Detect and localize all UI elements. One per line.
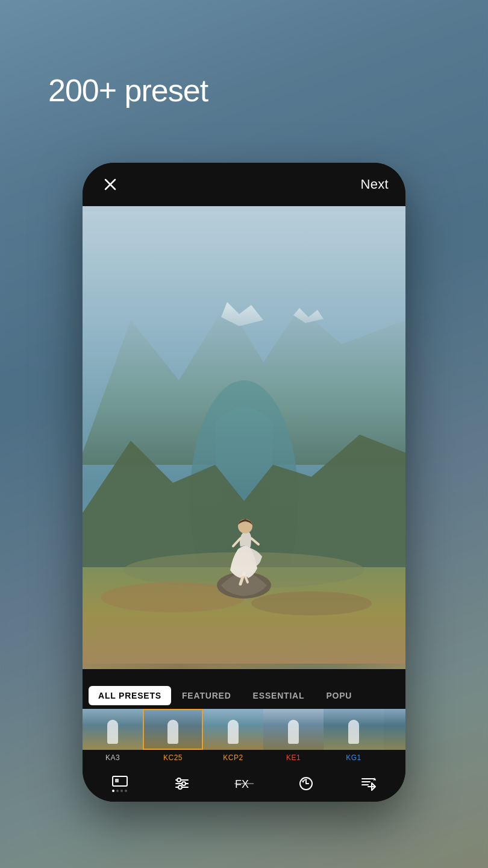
preset-kg1-label: KG1 — [324, 750, 384, 766]
tool-presets[interactable] — [104, 768, 136, 799]
svg-marker-30 — [302, 781, 304, 783]
presets-icon — [112, 776, 128, 788]
preset-kc25[interactable]: KC25 — [143, 709, 203, 766]
preset-kcp2[interactable]: KCP2 — [203, 709, 263, 766]
presets-dots — [112, 790, 127, 792]
tool-export[interactable] — [352, 768, 384, 799]
close-button[interactable] — [99, 174, 121, 195]
photo-area — [83, 206, 405, 669]
photo-background — [83, 206, 405, 669]
bottom-toolbar: FX — [83, 766, 405, 802]
svg-marker-36 — [373, 778, 376, 781]
preset-ka3-label: KA3 — [83, 750, 143, 766]
tool-revert[interactable] — [290, 768, 322, 799]
preset-kg2[interactable]: KG2 — [384, 709, 405, 766]
svg-point-24 — [182, 782, 186, 785]
adjust-icon — [174, 777, 190, 790]
headline-text: 200+ preset — [48, 72, 208, 108]
tool-fx[interactable]: FX — [228, 768, 260, 799]
next-button[interactable]: Next — [361, 177, 389, 192]
tab-essential[interactable]: ESSENTIAL — [242, 686, 316, 705]
svg-point-26 — [178, 785, 182, 789]
top-bar: Next — [83, 163, 405, 206]
svg-rect-20 — [115, 779, 119, 782]
export-icon — [360, 776, 376, 791]
svg-text:FX: FX — [235, 778, 249, 790]
close-icon — [103, 177, 117, 192]
svg-point-22 — [177, 778, 181, 782]
phone-mockup: Next — [83, 163, 405, 802]
tab-featured[interactable]: FEATURED — [171, 686, 242, 705]
tab-popular[interactable]: POPU — [315, 686, 363, 705]
preset-ke1[interactable]: KE1 — [263, 709, 324, 766]
preset-ke1-label: KE1 — [263, 750, 324, 766]
preset-thumbnails: KA3 KC25 KCP2 KE1 KG1 KG2 — [83, 709, 405, 766]
preset-kcp2-label: KCP2 — [203, 750, 263, 766]
preset-kc25-label: KC25 — [143, 750, 203, 766]
svg-rect-19 — [113, 776, 127, 786]
preset-ka3[interactable]: KA3 — [83, 709, 143, 766]
tool-adjust[interactable] — [166, 768, 198, 799]
preset-kg1[interactable]: KG1 — [324, 709, 384, 766]
preset-tabs: ALL PRESETS FEATURED ESSENTIAL POPU — [83, 679, 405, 712]
fx-icon: FX — [234, 777, 254, 790]
revert-icon — [298, 776, 314, 791]
landscape-svg — [83, 206, 405, 669]
tab-all-presets[interactable]: ALL PRESETS — [89, 686, 171, 705]
preset-kg2-label: KG2 — [384, 750, 405, 766]
